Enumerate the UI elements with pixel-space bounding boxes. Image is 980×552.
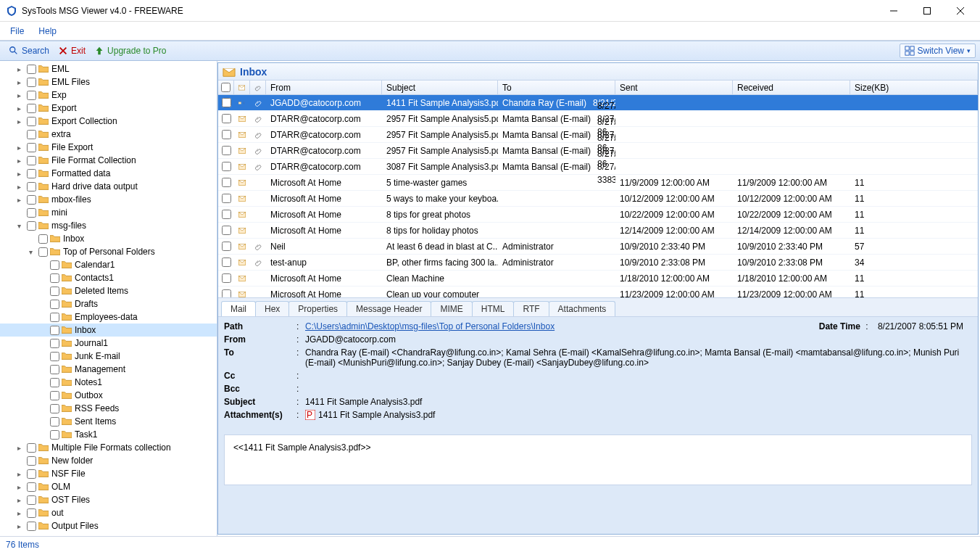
expand-toggle[interactable]: ▸: [14, 156, 23, 165]
tree-checkbox[interactable]: [27, 91, 36, 100]
expand-toggle[interactable]: [38, 273, 46, 282]
row-checkbox[interactable]: [222, 130, 231, 139]
expand-toggle[interactable]: [38, 326, 46, 334]
expand-toggle[interactable]: ▸: [14, 169, 23, 178]
expand-toggle[interactable]: ▸: [14, 469, 23, 478]
mail-row[interactable]: NeilAt least 6 dead in blast at C...Admi…: [218, 239, 978, 255]
tree-item[interactable]: ▸out: [0, 506, 217, 519]
tree-checkbox[interactable]: [27, 182, 36, 191]
tree-item[interactable]: ▸Hard drive data output: [0, 180, 217, 193]
attachment-value[interactable]: P 1411 Fit Sample Analysis3.pdf: [305, 410, 972, 420]
tree-item[interactable]: ▸Output Files: [0, 519, 217, 532]
grid-header-sent[interactable]: Sent: [615, 81, 733, 94]
expand-toggle[interactable]: [38, 313, 46, 321]
expand-toggle[interactable]: [38, 391, 46, 400]
mail-row[interactable]: Microsoft At Home8 tips for great photos…: [218, 207, 978, 223]
tree-item[interactable]: ▸File Export: [0, 141, 217, 154]
tree-item[interactable]: Drafts: [0, 297, 217, 310]
row-checkbox[interactable]: [222, 210, 231, 219]
expand-toggle[interactable]: [26, 234, 35, 243]
mail-row[interactable]: Microsoft At HomeClean Machine1/18/2010 …: [218, 271, 978, 287]
grid-header-icon[interactable]: [234, 81, 250, 94]
tree-item[interactable]: ▾msg-files: [0, 219, 217, 232]
mail-row[interactable]: DTARR@catocorp.com3087 Fit Sample Analys…: [218, 159, 978, 175]
row-checkbox[interactable]: [222, 162, 231, 171]
tree-checkbox[interactable]: [27, 443, 36, 453]
grid-header-checkbox[interactable]: [218, 81, 234, 94]
tree-item[interactable]: ▸File Format Collection: [0, 154, 217, 167]
tree-item[interactable]: Outbox: [0, 389, 217, 402]
mail-row[interactable]: Microsoft At Home5 ways to make your key…: [218, 191, 978, 207]
tab-properties[interactable]: Properties: [288, 301, 347, 316]
grid-header-from[interactable]: From: [266, 81, 382, 94]
tree-item[interactable]: extra: [0, 128, 217, 141]
tree-checkbox[interactable]: [50, 313, 59, 322]
tree-item[interactable]: ▸OST Files: [0, 493, 217, 506]
row-checkbox[interactable]: [222, 242, 231, 251]
tree-checkbox[interactable]: [27, 522, 36, 531]
expand-toggle[interactable]: [38, 260, 46, 269]
tree-checkbox[interactable]: [27, 221, 36, 231]
tree-checkbox[interactable]: [27, 495, 36, 505]
row-checkbox[interactable]: [222, 178, 231, 187]
expand-toggle[interactable]: ▾: [14, 221, 23, 230]
upgrade-button[interactable]: Upgrade to Pro: [90, 44, 170, 57]
tree-checkbox[interactable]: [50, 287, 59, 296]
tree-item[interactable]: ▸EML Files: [0, 75, 217, 88]
tree-item[interactable]: ▸mbox-files: [0, 193, 217, 206]
grid-header-attachment[interactable]: [250, 81, 266, 94]
expand-toggle[interactable]: ▸: [14, 91, 23, 99]
tree-checkbox[interactable]: [27, 469, 36, 479]
expand-toggle[interactable]: ▸: [14, 143, 23, 152]
expand-toggle[interactable]: [38, 287, 46, 295]
tab-html[interactable]: HTML: [472, 301, 515, 316]
menu-help[interactable]: Help: [31, 23, 64, 39]
tree-item[interactable]: New folder: [0, 454, 217, 467]
row-checkbox[interactable]: [222, 98, 231, 107]
tree-item[interactable]: Sent Items: [0, 415, 217, 428]
tree-checkbox[interactable]: [50, 430, 59, 440]
tab-mime[interactable]: MIME: [431, 301, 472, 316]
grid-header-subject[interactable]: Subject: [382, 81, 498, 94]
tree-item[interactable]: mini: [0, 206, 217, 219]
tree-checkbox[interactable]: [50, 391, 59, 400]
expand-toggle[interactable]: [38, 378, 46, 387]
row-checkbox[interactable]: [222, 226, 231, 235]
close-button[interactable]: [944, 0, 977, 22]
tree-item[interactable]: Deleted Items: [0, 284, 217, 297]
row-checkbox[interactable]: [222, 114, 231, 123]
tree-checkbox[interactable]: [50, 352, 59, 361]
tree-checkbox[interactable]: [38, 234, 48, 244]
tree-checkbox[interactable]: [50, 300, 59, 309]
preview-box[interactable]: <<1411 Fit Sample Analysis3.pdf>>: [224, 434, 972, 485]
tree-checkbox[interactable]: [27, 104, 36, 113]
tab-rtf[interactable]: RTF: [513, 301, 549, 316]
tree-checkbox[interactable]: [27, 169, 36, 178]
expand-toggle[interactable]: ▸: [14, 495, 23, 504]
expand-toggle[interactable]: [14, 208, 23, 217]
grid-header-to[interactable]: To: [498, 81, 615, 94]
expand-toggle[interactable]: ▸: [14, 522, 23, 530]
tree-item[interactable]: ▸OLM: [0, 480, 217, 493]
expand-toggle[interactable]: ▸: [14, 117, 23, 125]
expand-toggle[interactable]: ▸: [14, 65, 23, 73]
expand-toggle[interactable]: [38, 300, 46, 308]
expand-toggle[interactable]: ▾: [26, 247, 35, 256]
maximize-button[interactable]: [910, 0, 944, 22]
expand-toggle[interactable]: [38, 417, 46, 426]
mail-row[interactable]: test-anupBP, other firms facing 300 la..…: [218, 255, 978, 271]
menu-file[interactable]: File: [3, 23, 31, 39]
tree-checkbox[interactable]: [27, 65, 36, 74]
row-checkbox[interactable]: [222, 289, 231, 297]
tree-checkbox[interactable]: [50, 378, 59, 387]
tree-checkbox[interactable]: [50, 365, 59, 374]
tree-item[interactable]: ▾Top of Personal Folders: [0, 245, 217, 258]
exit-button[interactable]: Exit: [54, 44, 90, 57]
tree-item[interactable]: ▸Multiple File Formats collection: [0, 441, 217, 454]
row-checkbox[interactable]: [222, 146, 231, 155]
tree-item[interactable]: ▸Formatted data: [0, 167, 217, 180]
tree-item[interactable]: ▸EML: [0, 62, 217, 75]
tree-item[interactable]: Inbox: [0, 324, 217, 337]
tree-checkbox[interactable]: [27, 143, 36, 152]
tree-item[interactable]: Task1: [0, 428, 217, 441]
